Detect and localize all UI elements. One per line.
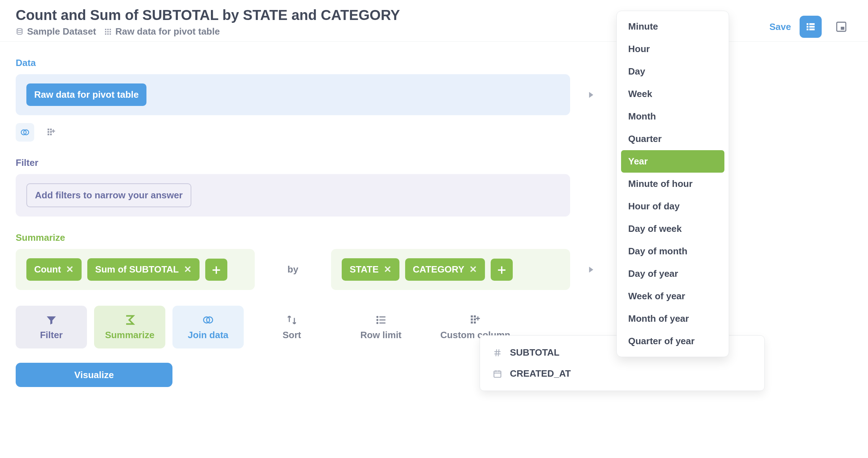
filter-panel: Add filters to narrow your answer (16, 174, 570, 217)
add-filter-label: Add filters to narrow your answer (35, 190, 183, 201)
breakout-pill-category[interactable]: CATEGORY ✕ (405, 258, 485, 281)
svg-rect-10 (807, 23, 808, 25)
svg-rect-38 (471, 321, 473, 324)
svg-rect-13 (809, 26, 815, 28)
temporal-bucket-menu: MinuteHourDayWeekMonthQuarterYearMinute … (616, 11, 729, 357)
remove-icon[interactable]: ✕ (184, 264, 192, 275)
temporal-option-month[interactable]: Month (621, 105, 724, 128)
aggregations: Count ✕ Sum of SUBTOTAL ✕ ＋ (16, 249, 255, 290)
agg-label: Count (34, 264, 61, 275)
sql-view-button[interactable] (830, 16, 852, 38)
visualize-button[interactable]: Visualize (16, 363, 172, 387)
svg-rect-15 (809, 29, 815, 30)
svg-rect-21 (50, 129, 52, 131)
breakout-label: STATE (350, 264, 378, 275)
temporal-option-minute-of-hour[interactable]: Minute of hour (621, 173, 724, 195)
source-link[interactable]: Raw data for pivot table (104, 26, 220, 37)
summarize-step-label: Summarize (105, 330, 155, 341)
remove-icon[interactable]: ✕ (469, 264, 477, 275)
temporal-option-week-of-year[interactable]: Week of year (621, 285, 724, 307)
svg-rect-5 (107, 31, 109, 32)
expand-summarize-arrow[interactable] (586, 265, 596, 275)
database-icon (16, 28, 24, 36)
svg-rect-4 (105, 31, 106, 32)
svg-rect-35 (474, 315, 476, 317)
visualize-label: Visualize (74, 370, 114, 381)
svg-rect-44 (494, 371, 501, 377)
add-filter-button[interactable]: Add filters to narrow your answer (26, 183, 191, 207)
svg-rect-7 (105, 33, 106, 35)
hash-icon (492, 347, 503, 358)
svg-rect-11 (809, 23, 815, 25)
summarize-step-button[interactable]: Summarize (94, 306, 165, 348)
filter-step-label: Filter (40, 330, 63, 341)
source-name: Raw data for pivot table (115, 26, 220, 37)
header-actions: Save (769, 16, 852, 38)
temporal-option-quarter[interactable]: Quarter (621, 128, 724, 150)
breakout-pill-state[interactable]: STATE ✕ (342, 258, 399, 281)
data-source-pill[interactable]: Raw data for pivot table (26, 83, 146, 106)
expand-data-arrow[interactable] (586, 90, 596, 100)
calendar-icon (492, 368, 503, 379)
svg-rect-3 (109, 29, 111, 30)
custom-column-icon-button[interactable] (42, 123, 61, 142)
remove-icon[interactable]: ✕ (384, 264, 392, 275)
temporal-option-quarter-of-year[interactable]: Quarter of year (621, 330, 724, 352)
row-limit-step-button[interactable]: Row limit (340, 306, 422, 348)
temporal-option-day-of-week[interactable]: Day of week (621, 218, 724, 240)
column-label: CREATED_AT (510, 368, 571, 379)
svg-point-32 (377, 322, 378, 324)
join-icon-button[interactable] (16, 123, 34, 142)
breakouts: STATE ✕ CATEGORY ✕ ＋ (331, 249, 570, 290)
svg-rect-17 (841, 27, 844, 30)
temporal-option-hour-of-day[interactable]: Hour of day (621, 195, 724, 218)
add-breakout-button[interactable]: ＋ (491, 259, 513, 281)
svg-rect-39 (474, 321, 476, 324)
sort-step-button[interactable]: Sort (251, 306, 333, 348)
svg-point-0 (17, 28, 22, 30)
dataset-name: Sample Dataset (27, 26, 96, 37)
svg-rect-34 (471, 315, 473, 317)
join-step-label: Join data (188, 330, 228, 341)
editor-view-button[interactable] (800, 16, 822, 38)
temporal-option-day-of-month[interactable]: Day of month (621, 240, 724, 263)
svg-rect-36 (471, 318, 473, 320)
svg-rect-24 (48, 134, 50, 136)
row-limit-step-label: Row limit (360, 330, 402, 341)
svg-rect-20 (48, 129, 50, 131)
svg-rect-9 (109, 33, 111, 35)
svg-point-28 (377, 316, 378, 317)
header: Count and Sum of SUBTOTAL by STATE and C… (0, 0, 868, 42)
svg-rect-23 (50, 131, 52, 133)
svg-rect-22 (48, 131, 50, 133)
breakout-label: CATEGORY (413, 264, 464, 275)
temporal-option-year[interactable]: Year (621, 150, 724, 173)
add-aggregation-button[interactable]: ＋ (205, 259, 227, 281)
join-step-button[interactable]: Join data (172, 306, 244, 348)
svg-point-30 (377, 319, 378, 320)
agg-pill-sum-subtotal[interactable]: Sum of SUBTOTAL ✕ (87, 258, 199, 281)
svg-rect-8 (107, 33, 109, 35)
save-button[interactable]: Save (769, 21, 791, 32)
svg-rect-6 (109, 31, 111, 32)
temporal-option-minute[interactable]: Minute (621, 15, 724, 38)
agg-pill-count[interactable]: Count ✕ (26, 258, 82, 281)
svg-rect-14 (807, 29, 808, 30)
temporal-option-week[interactable]: Week (621, 83, 724, 105)
remove-icon[interactable]: ✕ (66, 264, 74, 275)
svg-line-42 (496, 349, 497, 356)
svg-rect-12 (807, 26, 808, 28)
filter-step-button[interactable]: Filter (16, 306, 87, 348)
temporal-option-month-of-year[interactable]: Month of year (621, 307, 724, 330)
svg-rect-2 (107, 29, 109, 30)
temporal-option-day-of-year[interactable]: Day of year (621, 263, 724, 285)
svg-line-43 (498, 349, 499, 356)
sort-step-label: Sort (283, 330, 301, 341)
summarize-panel: Count ✕ Sum of SUBTOTAL ✕ ＋ by STATE ✕ (16, 249, 570, 290)
column-option-created-at[interactable]: CREATED_AT (480, 363, 764, 384)
temporal-option-day[interactable]: Day (621, 60, 724, 83)
by-label: by (288, 264, 298, 275)
temporal-option-hour[interactable]: Hour (621, 38, 724, 60)
dataset-link[interactable]: Sample Dataset (16, 26, 96, 37)
svg-rect-37 (474, 318, 476, 320)
